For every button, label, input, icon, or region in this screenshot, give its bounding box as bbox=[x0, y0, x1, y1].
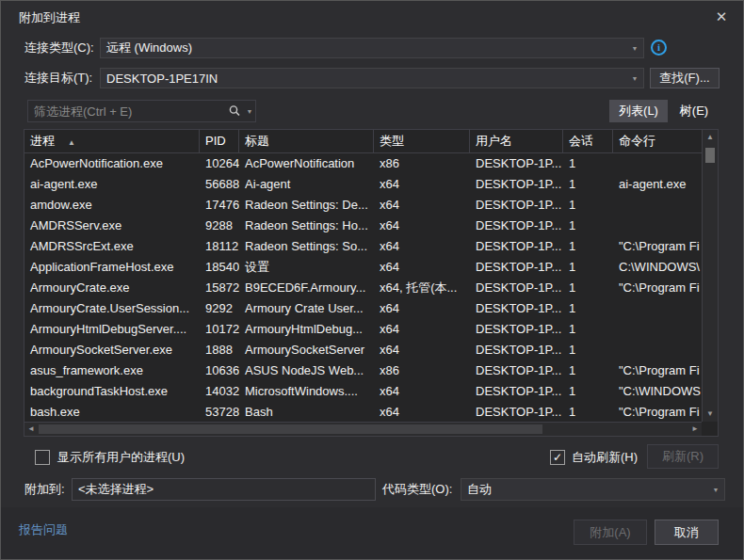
cell-user: DESKTOP-1P... bbox=[470, 360, 563, 381]
cell-user: DESKTOP-1P... bbox=[470, 340, 563, 360]
vertical-scrollbar-thumb[interactable] bbox=[705, 148, 715, 163]
code-type-label: 代码类型(O): bbox=[382, 479, 452, 500]
chevron-down-icon: ▼ bbox=[707, 487, 724, 493]
cancel-button[interactable]: 取消 bbox=[655, 520, 719, 545]
filter-input[interactable] bbox=[28, 104, 227, 119]
cell-pid: 18540 bbox=[200, 257, 239, 278]
table-row[interactable]: AMDRSServ.exe 9288 Radeon Settings: Ho..… bbox=[24, 216, 718, 236]
process-table: 进程▲ PID 标题 类型 用户名 会话 命令行 AcPowerNotifica… bbox=[24, 129, 719, 437]
cell-type: x64 bbox=[374, 319, 470, 340]
cell-type: x64, 托管(本... bbox=[374, 278, 470, 298]
cell-process: AMDRSSrcExt.exe bbox=[24, 236, 200, 257]
list-view-button[interactable]: 列表(L) bbox=[609, 100, 668, 122]
scroll-up-icon[interactable]: ▲ bbox=[703, 131, 718, 144]
connection-target-value: DESKTOP-1PE17IN bbox=[101, 72, 626, 86]
scroll-right-icon[interactable]: ► bbox=[688, 423, 702, 436]
cell-user: DESKTOP-1P... bbox=[470, 153, 563, 174]
column-header-process[interactable]: 进程▲ bbox=[24, 130, 200, 152]
report-problem-link[interactable]: 报告问题 bbox=[19, 521, 68, 538]
column-header-pid[interactable]: PID bbox=[200, 130, 239, 152]
cell-pid: 15872 bbox=[200, 278, 239, 298]
refresh-button[interactable]: 刷新(R) bbox=[647, 444, 719, 469]
find-button[interactable]: 查找(F)... bbox=[650, 68, 720, 88]
attach-to-field[interactable]: <未选择进程> bbox=[72, 478, 376, 501]
horizontal-scrollbar[interactable]: ◄ ► bbox=[24, 422, 702, 436]
table-row[interactable]: AcPowerNotification.exe 10264 AcPowerNot… bbox=[24, 153, 718, 174]
table-row[interactable]: ai-agent.exe 56688 Ai-agent x64 DESKTOP-… bbox=[24, 174, 718, 195]
column-header-cmdline[interactable]: 命令行 bbox=[613, 130, 702, 152]
horizontal-scrollbar-thumb[interactable] bbox=[39, 424, 542, 434]
tree-view-button[interactable]: 树(E) bbox=[671, 100, 717, 122]
connection-target-label: 连接目标(T): bbox=[24, 68, 92, 88]
table-row[interactable]: ArmouryCrate.exe 15872 B9ECED6F.Armoury.… bbox=[24, 278, 718, 298]
table-row[interactable]: ArmouryCrate.UserSession... 9292 Armoury… bbox=[24, 298, 718, 319]
cell-type: x64 bbox=[374, 216, 470, 236]
table-row[interactable]: ArmouryHtmlDebugServer.... 10172 Armoury… bbox=[24, 319, 718, 340]
connection-target-select[interactable]: DESKTOP-1PE17IN ▼ bbox=[100, 68, 644, 88]
table-row[interactable]: asus_framework.exe 10636 ASUS NodeJS Web… bbox=[24, 360, 718, 381]
cell-session: 1 bbox=[563, 340, 613, 360]
cell-title: Radeon Settings: Ho... bbox=[239, 216, 374, 236]
cell-cmdline bbox=[613, 319, 702, 340]
column-header-title[interactable]: 标题 bbox=[239, 130, 374, 152]
cell-pid: 17476 bbox=[200, 195, 239, 216]
cell-title: ASUS NodeJS Web... bbox=[239, 360, 374, 381]
column-header-user[interactable]: 用户名 bbox=[470, 130, 563, 152]
close-icon[interactable]: ✕ bbox=[709, 7, 734, 27]
cell-pid: 18112 bbox=[200, 236, 239, 257]
cell-session: 1 bbox=[563, 236, 613, 257]
cell-session: 1 bbox=[563, 298, 613, 319]
table-row[interactable]: ApplicationFrameHost.exe 18540 设置 x64 DE… bbox=[24, 257, 718, 278]
cell-cmdline: "C:\Program Fi bbox=[613, 402, 702, 423]
table-row[interactable]: backgroundTaskHost.exe 14032 MicrosoftWi… bbox=[24, 381, 718, 402]
check-icon: ✓ bbox=[553, 451, 562, 464]
cell-type: x64 bbox=[374, 340, 470, 360]
table-row[interactable]: bash.exe 53728 Bash x64 DESKTOP-1P... 1 … bbox=[24, 402, 718, 423]
cell-process: ApplicationFrameHost.exe bbox=[24, 257, 200, 278]
cell-cmdline: "C:\Program Fi bbox=[613, 360, 702, 381]
cell-cmdline bbox=[613, 216, 702, 236]
cell-session: 1 bbox=[563, 360, 613, 381]
cell-title: Radeon Settings: De... bbox=[239, 195, 374, 216]
cell-pid: 1888 bbox=[200, 340, 239, 360]
column-header-type[interactable]: 类型 bbox=[374, 130, 470, 152]
cell-session: 1 bbox=[563, 153, 613, 174]
auto-refresh-checkbox[interactable]: ✓ bbox=[550, 450, 565, 465]
cell-pid: 53728 bbox=[200, 402, 239, 423]
attach-button[interactable]: 附加(A) bbox=[574, 520, 647, 545]
cell-session: 1 bbox=[563, 381, 613, 402]
sort-ascending-icon: ▲ bbox=[68, 138, 75, 147]
cell-title: 设置 bbox=[239, 257, 374, 278]
cell-user: DESKTOP-1P... bbox=[470, 402, 563, 423]
cell-type: x64 bbox=[374, 195, 470, 216]
cell-session: 1 bbox=[563, 319, 613, 340]
cell-process: ArmouryCrate.exe bbox=[24, 278, 200, 298]
auto-refresh-label: 自动刷新(H) bbox=[572, 447, 638, 468]
column-header-session[interactable]: 会话 bbox=[563, 130, 613, 152]
scroll-left-icon[interactable]: ◄ bbox=[24, 423, 38, 436]
cell-type: x86 bbox=[374, 153, 470, 174]
cell-pid: 9292 bbox=[200, 298, 239, 319]
cell-pid: 14032 bbox=[200, 381, 239, 402]
code-type-select[interactable]: 自动 ▼ bbox=[461, 478, 725, 501]
table-row[interactable]: AMDRSSrcExt.exe 18112 Radeon Settings: S… bbox=[24, 236, 718, 257]
cell-cmdline bbox=[613, 153, 702, 174]
search-icon[interactable] bbox=[227, 104, 242, 119]
cell-cmdline: "C:\WINDOWS bbox=[613, 381, 702, 402]
cell-pid: 56688 bbox=[200, 174, 239, 195]
table-row[interactable]: amdow.exe 17476 Radeon Settings: De... x… bbox=[24, 195, 718, 216]
show-all-users-checkbox[interactable] bbox=[35, 450, 50, 465]
cell-type: x64 bbox=[374, 298, 470, 319]
cell-user: DESKTOP-1P... bbox=[470, 298, 563, 319]
show-all-users-label: 显示所有用户的进程(U) bbox=[57, 447, 185, 468]
footer-bar: 报告问题 附加(A) 取消 bbox=[1, 507, 743, 559]
vertical-scrollbar[interactable]: ▲ ▼ bbox=[702, 130, 718, 422]
info-icon[interactable]: i bbox=[651, 40, 667, 56]
connection-type-select[interactable]: 远程 (Windows) ▼ bbox=[100, 38, 644, 58]
chevron-down-icon[interactable]: ▼ bbox=[244, 108, 255, 115]
scroll-down-icon[interactable]: ▼ bbox=[703, 408, 718, 421]
table-row[interactable]: ArmourySocketServer.exe 1888 ArmourySock… bbox=[24, 340, 718, 360]
cell-process: ArmourySocketServer.exe bbox=[24, 340, 200, 360]
cell-user: DESKTOP-1P... bbox=[470, 381, 563, 402]
chevron-down-icon: ▼ bbox=[626, 75, 643, 82]
